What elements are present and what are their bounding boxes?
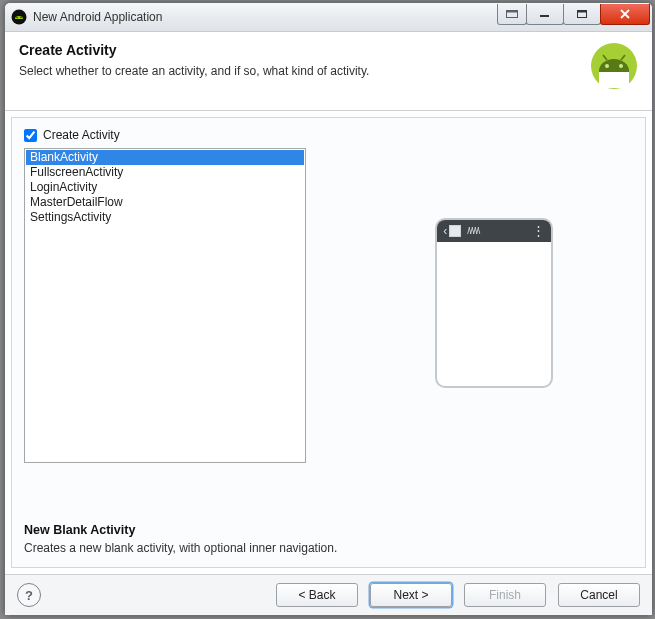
minimize-button[interactable] xyxy=(526,4,564,25)
android-icon xyxy=(11,9,27,25)
dialog-window: New Android Application xyxy=(4,2,653,616)
create-activity-label: Create Activity xyxy=(43,128,120,142)
svg-point-11 xyxy=(605,64,609,68)
svg-rect-5 xyxy=(540,15,549,17)
wizard-subtitle: Select whether to create an activity, an… xyxy=(19,64,369,78)
activity-item[interactable]: FullscreenActivity xyxy=(26,165,304,180)
android-badge-icon xyxy=(590,42,638,93)
svg-point-2 xyxy=(20,17,21,18)
activity-description-title: New Blank Activity xyxy=(24,523,633,537)
activity-item[interactable]: LoginActivity xyxy=(26,180,304,195)
svg-rect-4 xyxy=(507,11,518,13)
close-button[interactable] xyxy=(600,4,650,25)
finish-button[interactable]: Finish xyxy=(464,583,546,607)
activity-item[interactable]: SettingsActivity xyxy=(26,210,304,225)
wizard-header: Create Activity Select whether to create… xyxy=(5,32,652,111)
back-chevron-icon: ‹ xyxy=(443,224,447,238)
wizard-body: Create Activity BlankActivityFullscreenA… xyxy=(11,117,646,568)
wizard-footer: ? < Back Next > Finish Cancel xyxy=(5,574,652,615)
activity-description-text: Creates a new blank activity, with optio… xyxy=(24,541,633,555)
create-activity-input[interactable] xyxy=(24,129,37,142)
wizard-header-text: Create Activity Select whether to create… xyxy=(19,42,369,78)
preview-column: ‹ /\/\/\/\ ⋮ xyxy=(356,148,634,515)
activity-description: New Blank Activity Creates a new blank a… xyxy=(24,523,633,555)
app-logo-placeholder-icon xyxy=(449,225,461,237)
titlebar[interactable]: New Android Application xyxy=(5,3,652,32)
wizard-title: Create Activity xyxy=(19,42,369,58)
back-button[interactable]: < Back xyxy=(276,583,358,607)
phone-preview-topbar: ‹ /\/\/\/\ ⋮ xyxy=(437,220,551,242)
activity-item[interactable]: MasterDetailFlow xyxy=(26,195,304,210)
next-button[interactable]: Next > xyxy=(370,583,452,607)
svg-point-12 xyxy=(619,64,623,68)
activity-type-list[interactable]: BlankActivityFullscreenActivityLoginActi… xyxy=(24,148,306,463)
window-controls xyxy=(497,3,650,31)
maximize-button[interactable] xyxy=(563,4,601,25)
cancel-button[interactable]: Cancel xyxy=(558,583,640,607)
svg-point-1 xyxy=(16,17,17,18)
context-help-button[interactable] xyxy=(497,4,527,25)
window-title: New Android Application xyxy=(33,10,497,24)
phone-preview: ‹ /\/\/\/\ ⋮ xyxy=(435,218,553,388)
overflow-menu-icon: ⋮ xyxy=(532,226,545,236)
help-button[interactable]: ? xyxy=(17,583,41,607)
activity-item[interactable]: BlankActivity xyxy=(26,150,304,165)
title-placeholder-icon: /\/\/\/\ xyxy=(467,226,532,236)
content-row: BlankActivityFullscreenActivityLoginActi… xyxy=(24,148,633,515)
create-activity-checkbox[interactable]: Create Activity xyxy=(24,128,633,142)
svg-rect-15 xyxy=(599,72,629,88)
